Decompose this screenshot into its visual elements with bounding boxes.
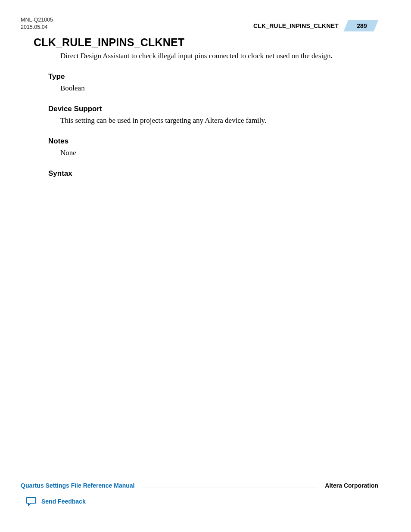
header-right: CLK_RULE_INPINS_CLKNET 289 — [253, 20, 378, 31]
page-header: MNL-Q21005 2015.05.04 CLK_RULE_INPINS_CL… — [21, 16, 378, 34]
header-section-title: CLK_RULE_INPINS_CLKNET — [253, 22, 339, 29]
doc-id: MNL-Q21005 — [21, 16, 53, 24]
intro-paragraph: Direct Design Assistant to check illegal… — [60, 51, 378, 61]
section-label-notes: Notes — [48, 137, 378, 146]
page-number-badge: 289 — [348, 20, 378, 31]
section-label-type: Type — [48, 72, 378, 81]
section-body-type: Boolean — [60, 84, 378, 93]
section-body-device-support: This setting can be used in projects tar… — [60, 116, 378, 126]
speech-bubble-icon — [26, 497, 37, 506]
section-body-notes: None — [60, 148, 378, 158]
footer-top-row: Quartus Settings File Reference Manual A… — [21, 482, 378, 489]
doc-id-block: MNL-Q21005 2015.05.04 — [21, 16, 53, 31]
page-footer: Quartus Settings File Reference Manual A… — [21, 482, 378, 506]
send-feedback-link[interactable]: Send Feedback — [41, 498, 86, 505]
section-label-device-support: Device Support — [48, 105, 378, 113]
section-label-syntax: Syntax — [48, 169, 378, 178]
corporation-name: Altera Corporation — [325, 482, 378, 489]
manual-name-link[interactable]: Quartus Settings File Reference Manual — [21, 482, 135, 489]
page-number: 289 — [348, 20, 378, 31]
feedback-row: Send Feedback — [26, 497, 378, 506]
doc-date: 2015.05.04 — [21, 24, 53, 31]
footer-separator — [142, 482, 318, 488]
page-title: CLK_RULE_INPINS_CLKNET — [34, 36, 378, 49]
page-content: CLK_RULE_INPINS_CLKNET Direct Design Ass… — [34, 36, 378, 180]
